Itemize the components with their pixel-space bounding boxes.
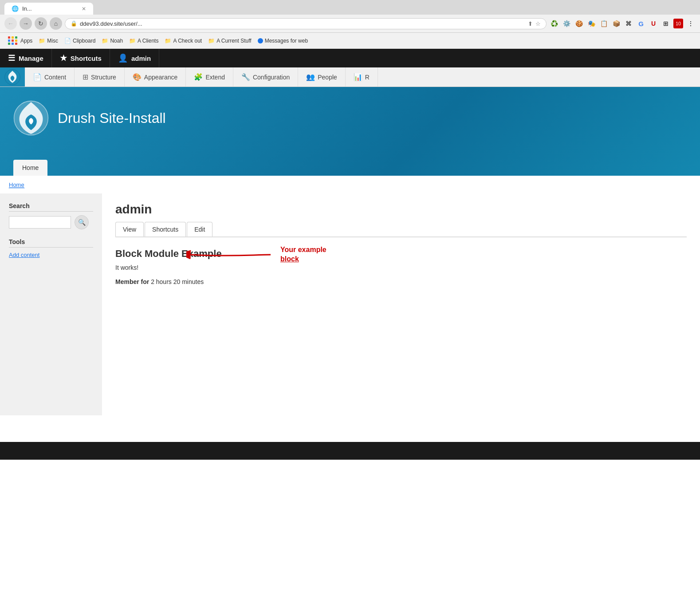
nav-content[interactable]: 📄 Content <box>25 67 75 87</box>
sidebar-search-block: Search 🔍 <box>9 202 93 229</box>
ext-g-icon[interactable]: G <box>636 19 646 28</box>
bookmark-clipboard-label: Clipboard <box>73 38 95 44</box>
content-area: admin View Shortcuts Edit Block Module E… <box>102 193 700 415</box>
sidebar-tools-block: Tools Add content <box>9 238 93 258</box>
member-for-label: Member for <box>115 278 149 285</box>
ext-doc-icon[interactable]: 📋 <box>599 19 609 28</box>
address-bar-actions: ⬆ ☆ <box>528 20 541 27</box>
bookmark-misc-label: Misc <box>47 38 58 44</box>
main-wrapper: Search 🔍 Tools Add content admin View Sh… <box>0 193 700 415</box>
page-username: admin <box>115 202 687 217</box>
nav-reports-label: R <box>365 74 370 81</box>
ext-gear-icon[interactable]: ⚙️ <box>562 19 571 28</box>
bookmark-a-check-out-label: A Check out <box>173 38 202 44</box>
manage-label: Manage <box>19 55 43 62</box>
bookmark-a-clients[interactable]: 📁 A Clients <box>126 37 161 45</box>
ext-messages-icon[interactable]: 10 <box>673 19 683 28</box>
forward-button[interactable]: → <box>20 17 32 30</box>
tab-favicon: 🌐 <box>12 5 19 12</box>
nav-structure-label: Structure <box>91 74 116 81</box>
tab-shortcuts[interactable]: Shortcuts <box>145 222 186 236</box>
reload-button[interactable]: ↻ <box>35 17 47 30</box>
address-bar[interactable]: 🔒 ddev93.ddev.site/user/... ⬆ ☆ <box>65 18 547 29</box>
shortcuts-label: Shortcuts <box>71 55 102 62</box>
search-button[interactable]: 🔍 <box>75 215 89 229</box>
add-content-link[interactable]: Add content <box>9 252 39 258</box>
folder-icon-5: 📁 <box>208 38 215 44</box>
browser-nav-bar: ← → ↻ ⌂ 🔒 ddev93.ddev.site/user/... ⬆ ☆ … <box>0 15 700 33</box>
search-input[interactable] <box>9 216 71 229</box>
user-label: admin <box>131 55 151 62</box>
nav-appearance-label: Appearance <box>144 74 178 81</box>
sidebar-search-title: Search <box>9 202 93 212</box>
browser-tab-bar: 🌐 In... ✕ <box>0 0 700 15</box>
nav-content-label: Content <box>44 74 66 81</box>
folder-icon-2: 📁 <box>102 38 108 44</box>
url-text: ddev93.ddev.site/user/... <box>80 20 525 27</box>
ext-cookie-icon[interactable]: 🍪 <box>574 19 584 28</box>
user-icon: 👤 <box>118 53 128 63</box>
nav-appearance[interactable]: 🎨 Appearance <box>125 67 186 87</box>
active-tab[interactable]: 🌐 In... ✕ <box>4 3 93 15</box>
sidebar: Search 🔍 Tools Add content <box>0 193 102 415</box>
structure-icon: ⊞ <box>83 73 88 81</box>
ext-menu-icon[interactable]: ⋮ <box>686 19 696 28</box>
nav-configuration-label: Configuration <box>253 74 290 81</box>
hamburger-icon: ☰ <box>8 53 15 63</box>
tab-view[interactable]: View <box>115 222 144 236</box>
nav-extend-label: Extend <box>205 74 225 81</box>
ext-cmd-icon[interactable]: ⌘ <box>624 19 633 28</box>
reports-icon: 📊 <box>354 73 362 81</box>
back-button[interactable]: ← <box>4 17 17 30</box>
tab-close-icon[interactable]: ✕ <box>82 6 86 12</box>
apps-label: Apps <box>20 38 32 44</box>
nav-extend[interactable]: 🧩 Extend <box>186 67 233 87</box>
lock-icon: 🔒 <box>71 20 77 27</box>
folder-icon: 📁 <box>39 38 45 44</box>
home-tab[interactable]: Home <box>13 160 47 176</box>
bookmark-a-check-out[interactable]: 📁 A Check out <box>162 37 204 45</box>
ext-dropbox-icon[interactable]: 📦 <box>611 19 621 28</box>
drupal-logo[interactable] <box>0 67 25 87</box>
nav-configuration[interactable]: 🔧 Configuration <box>233 67 298 87</box>
star-icon[interactable]: ☆ <box>535 20 541 27</box>
bookmark-misc[interactable]: 📁 Misc <box>36 37 61 45</box>
bookmark-a-current-stuff-label: A Current Stuff <box>216 38 252 44</box>
bookmark-apps[interactable]: Apps <box>4 35 35 47</box>
nav-structure[interactable]: ⊞ Structure <box>75 67 125 87</box>
site-header: Drush Site-Install Home <box>0 87 700 176</box>
tab-edit[interactable]: Edit <box>187 222 212 236</box>
ext-qr-icon[interactable]: ⊞ <box>661 19 671 28</box>
user-menu-item[interactable]: 👤 admin <box>110 49 159 67</box>
ext-ublock-icon[interactable]: U <box>649 19 658 28</box>
appearance-icon: 🎨 <box>133 73 142 81</box>
manage-menu-item[interactable]: ☰ Manage <box>0 49 52 67</box>
drupal-admin-bar: ☰ Manage ★ Shortcuts 👤 admin <box>0 49 700 67</box>
folder-icon-4: 📁 <box>165 38 171 44</box>
bookmark-noah-label: Noah <box>110 38 123 44</box>
bookmark-noah[interactable]: 📁 Noah <box>99 37 126 45</box>
breadcrumb: Home <box>0 176 700 193</box>
breadcrumb-home[interactable]: Home <box>9 181 24 189</box>
bookmark-a-current-stuff[interactable]: 📁 A Current Stuff <box>205 37 254 45</box>
ext-recycle-icon[interactable]: ♻️ <box>549 19 559 28</box>
tab-label: In... <box>22 5 32 12</box>
member-for-value: 2 hours 20 minutes <box>151 278 204 285</box>
ext-mask-icon[interactable]: 🎭 <box>586 19 596 28</box>
block-content-wrapper: Block Module Example It works! Your exam… <box>115 248 687 285</box>
site-title: Drush Site-Install <box>58 110 166 126</box>
bookmark-clipboard[interactable]: 📄 Clipboard <box>62 37 98 45</box>
extend-icon: 🧩 <box>194 73 203 81</box>
share-icon[interactable]: ⬆ <box>528 20 533 27</box>
nav-reports[interactable]: 📊 R <box>346 67 378 87</box>
shortcuts-menu-item[interactable]: ★ Shortcuts <box>52 49 110 67</box>
sidebar-tools-title: Tools <box>9 238 93 248</box>
home-button[interactable]: ⌂ <box>50 17 62 30</box>
people-icon: 👥 <box>306 73 315 81</box>
nav-people-label: People <box>318 74 337 81</box>
site-footer <box>0 442 700 460</box>
nav-people[interactable]: 👥 People <box>298 67 346 87</box>
bookmark-a-clients-label: A Clients <box>138 38 158 44</box>
bookmark-messages-for-web[interactable]: Messages for web <box>255 37 311 45</box>
bookmarks-toolbar: Apps 📁 Misc 📄 Clipboard 📁 Noah 📁 A Clien… <box>0 33 700 49</box>
